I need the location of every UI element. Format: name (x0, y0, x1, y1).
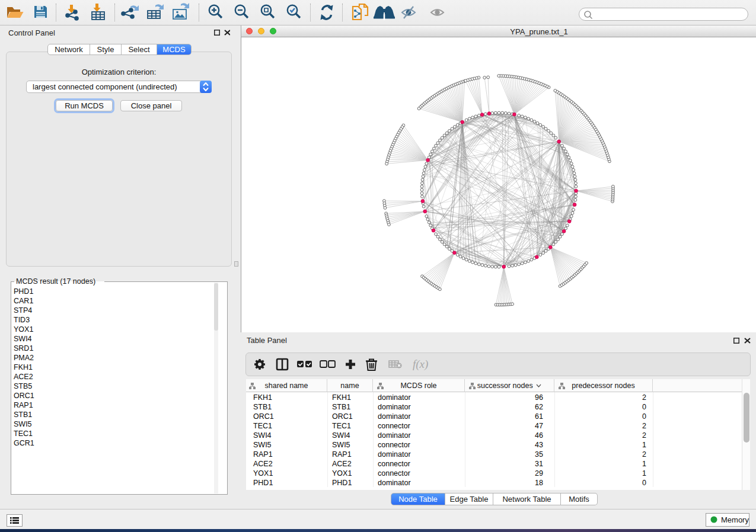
svg-text:f(x): f(x) (413, 358, 428, 371)
